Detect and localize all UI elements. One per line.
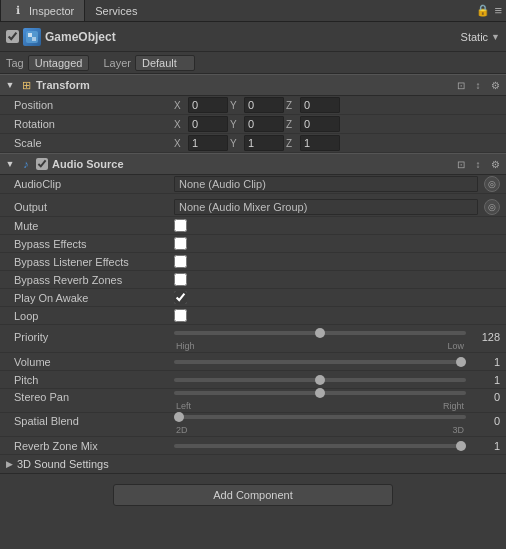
mute-label: Mute [14,220,174,232]
audiosource-settings-icon[interactable]: ⊡ [454,157,468,171]
position-xyz: X Y Z [174,97,500,113]
position-y[interactable] [244,97,284,113]
priority-value: High Low [174,331,466,351]
rotation-xyz: X Y Z [174,116,500,132]
inspector-icon: ℹ [11,4,25,18]
spatial-blend-value: 2D 3D [174,415,466,435]
bypass-listener-checkbox[interactable] [174,255,187,268]
tag-dropdown[interactable]: Untagged [28,55,90,71]
audiosource-move-icon[interactable]: ↕ [471,157,485,171]
pitch-slider[interactable] [174,378,466,382]
tab-services-label: Services [95,5,137,17]
spatial-blend-label: Spatial Blend [14,415,174,427]
mute-checkbox[interactable] [174,219,187,232]
position-label: Position [14,99,174,111]
tab-services[interactable]: Services [85,0,147,21]
loop-checkbox[interactable] [174,309,187,322]
output-picker-btn[interactable]: ◎ [484,199,500,215]
bypass-reverb-checkbox[interactable] [174,273,187,286]
priority-row: Priority High Low 128 [0,329,506,353]
pitch-value [174,378,466,382]
output-label: Output [14,201,174,213]
volume-display: 1 [470,356,500,368]
output-field[interactable]: None (Audio Mixer Group) [174,199,478,215]
audiosource-enabled-checkbox[interactable] [36,158,48,170]
svg-rect-2 [32,37,36,41]
bypass-effects-checkbox[interactable] [174,237,187,250]
gameobject-active-checkbox[interactable] [6,30,19,43]
audioclip-row: AudioClip None (Audio Clip) ◎ [0,175,506,194]
audiosource-properties: AudioClip None (Audio Clip) ◎ Output Non… [0,175,506,455]
menu-icon[interactable]: ≡ [494,3,502,18]
audiosource-gear-icon[interactable]: ⚙ [488,157,502,171]
spatial-blend-slider[interactable] [174,415,466,419]
transform-component-icons: ⊡ ↕ ⚙ [454,78,502,92]
scale-label: Scale [14,137,174,149]
audioclip-label: AudioClip [14,178,174,190]
transform-foldout[interactable]: ▼ [4,79,16,91]
add-component-button[interactable]: Add Component [113,484,393,506]
rotation-value: X Y Z [174,116,500,132]
bypass-effects-label: Bypass Effects [14,238,174,250]
gameobject-header: GameObject Static ▼ [0,22,506,52]
play-on-awake-checkbox[interactable] [174,291,187,304]
audiosource-component-header: ▼ ♪ Audio Source ⊡ ↕ ⚙ [0,153,506,175]
3d-sound-settings-label: 3D Sound Settings [17,458,109,470]
audiosource-foldout[interactable]: ▼ [4,158,16,170]
rotation-z[interactable] [300,116,340,132]
stereo-pan-row: Stereo Pan Left Right 0 [0,389,506,413]
rotation-y[interactable] [244,116,284,132]
transform-settings-icon[interactable]: ⊡ [454,78,468,92]
tab-inspector[interactable]: ℹ Inspector [0,0,85,21]
spatial-blend-labels: 2D 3D [174,425,466,435]
rotation-label: Rotation [14,118,174,130]
transform-icon: ⊞ [18,77,34,93]
lock-icon[interactable]: 🔒 [476,4,490,17]
mute-row: Mute [0,217,506,235]
bypass-listener-label: Bypass Listener Effects [14,256,174,268]
priority-label: Priority [14,331,174,343]
reverb-zone-slider[interactable] [174,444,466,448]
stereo-pan-slider[interactable] [174,391,466,395]
3d-sound-foldout-arrow: ▶ [6,459,13,469]
gameobject-icon [23,28,41,46]
reverb-zone-row: Reverb Zone Mix 1 [0,437,506,455]
scale-z[interactable] [300,135,340,151]
output-row: Output None (Audio Mixer Group) ◎ [0,198,506,217]
spatial-blend-display: 0 [470,415,500,427]
play-on-awake-row: Play On Awake [0,289,506,307]
header-tools: 🔒 ≡ [476,3,506,18]
bypass-listener-row: Bypass Listener Effects [0,253,506,271]
layer-dropdown[interactable]: Default [135,55,195,71]
bypass-reverb-label: Bypass Reverb Zones [14,274,174,286]
gameobject-name: GameObject [45,30,457,44]
volume-label: Volume [14,356,174,368]
audiosource-component-icons: ⊡ ↕ ⚙ [454,157,502,171]
scale-x[interactable] [188,135,228,151]
stereo-pan-label: Stereo Pan [14,391,174,403]
3d-sound-settings-row[interactable]: ▶ 3D Sound Settings [0,455,506,474]
transform-move-icon[interactable]: ↕ [471,78,485,92]
audioclip-field[interactable]: None (Audio Clip) [174,176,478,192]
audioclip-value: None (Audio Clip) ◎ [174,176,500,192]
tag-label: Tag [6,57,24,69]
transform-gear-icon[interactable]: ⚙ [488,78,502,92]
priority-slider[interactable] [174,331,466,335]
tag-layer-row: Tag Untagged Layer Default [0,52,506,74]
static-toggle[interactable]: Static ▼ [461,31,500,43]
static-label: Static [461,31,489,43]
rotation-x[interactable] [188,116,228,132]
scale-y[interactable] [244,135,284,151]
pitch-label: Pitch [14,374,174,386]
position-x[interactable] [188,97,228,113]
static-dropdown-arrow[interactable]: ▼ [491,32,500,42]
position-z[interactable] [300,97,340,113]
tab-bar: ℹ Inspector Services 🔒 ≡ [0,0,506,22]
reverb-zone-display: 1 [470,440,500,452]
scale-row: Scale X Y Z [0,134,506,153]
volume-row: Volume 1 [0,353,506,371]
volume-slider[interactable] [174,360,466,364]
priority-display: 128 [470,331,500,343]
loop-row: Loop [0,307,506,325]
audioclip-picker-btn[interactable]: ◎ [484,176,500,192]
